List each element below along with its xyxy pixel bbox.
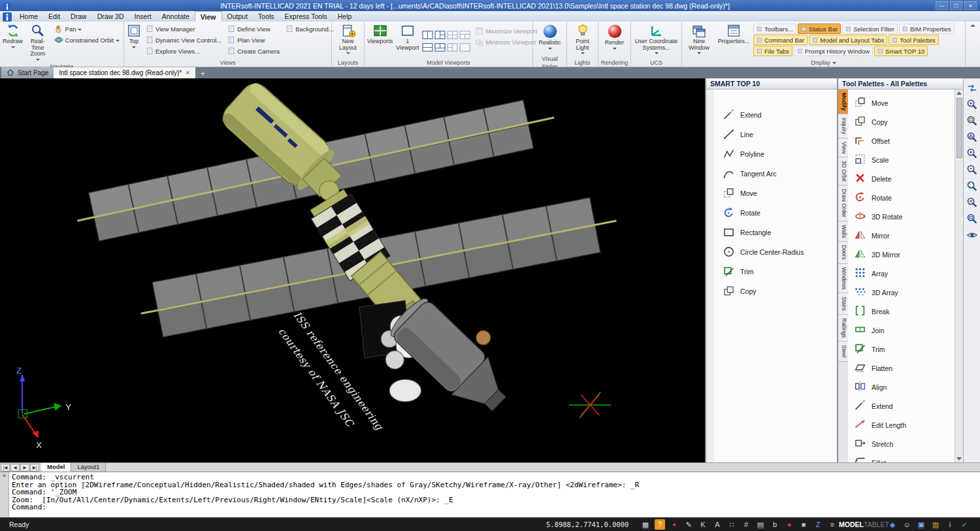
menu-view[interactable]: View xyxy=(195,11,222,22)
tab-start-page[interactable]: Start Page xyxy=(1,67,54,78)
smart-tool-move[interactable]: Move xyxy=(723,184,837,203)
tablet-toggle[interactable]: TABLET xyxy=(864,521,889,528)
palette-tool-move[interactable]: Move xyxy=(855,93,955,112)
zoom-window-button[interactable] xyxy=(965,115,979,129)
tab-document[interactable]: Intl space station dec 98.dwg (Read-only… xyxy=(54,67,195,78)
plot-style-icon[interactable]: ▦ xyxy=(640,519,651,530)
menu-insert[interactable]: Insert xyxy=(129,11,156,22)
tab-model[interactable]: Model xyxy=(41,463,71,472)
maximize-button[interactable]: □ xyxy=(950,1,962,10)
constrained-orbit-button[interactable]: Constrained Orbit xyxy=(52,35,122,45)
define-view-button[interactable]: Define View xyxy=(225,24,282,34)
background-button[interactable]: Background... xyxy=(284,24,336,34)
smart-tool-circle-center-radius[interactable]: Circle Center-Radius xyxy=(723,242,837,262)
ok-icon[interactable]: ✓ xyxy=(959,519,970,530)
palette-tool-extend[interactable]: Extend xyxy=(855,396,955,415)
realtime-zoom-button[interactable]: Real-Time Zoom xyxy=(25,23,50,61)
palette-tab-inquiry[interactable]: Inquiry xyxy=(838,114,848,138)
minimize-button[interactable]: — xyxy=(936,1,948,10)
viewport-toggle-icon[interactable]: ▣ xyxy=(916,519,926,530)
palette-tool-3d-rotate[interactable]: 3D Rotate xyxy=(855,207,955,226)
palette-tab-railings[interactable]: Railings xyxy=(838,315,848,342)
palette-tool-flatten[interactable]: Flatten xyxy=(855,359,955,378)
new-tab-button[interactable]: + xyxy=(198,69,208,78)
menu-annotate[interactable]: Annotate xyxy=(157,11,195,22)
smart-tool-rectangle[interactable]: Rectangle xyxy=(723,223,837,242)
smart-tool-line[interactable]: Line xyxy=(723,125,837,144)
viewports-button[interactable]: Viewports xyxy=(367,23,393,46)
vp2v-layout-button[interactable] xyxy=(421,29,434,41)
palette-tab-walls[interactable]: Walls xyxy=(838,221,848,242)
app-menu-icon[interactable] xyxy=(2,12,12,22)
one-viewport-button[interactable]: 1 Viewport xyxy=(395,23,419,52)
point-light-button[interactable]: Point Light xyxy=(569,23,596,55)
render-button[interactable]: Render xyxy=(600,23,629,50)
layout-nav-1[interactable]: |◀ xyxy=(1,464,10,472)
smart-tool-extend[interactable]: Extend xyxy=(723,105,837,125)
menu-draw-3d[interactable]: Draw 3D xyxy=(92,11,129,22)
plan-view-button[interactable]: Plan View xyxy=(225,35,282,45)
user-icon[interactable]: ☺ xyxy=(902,519,912,530)
palette-tool-copy[interactable]: Copy xyxy=(855,112,955,131)
zoom-all-button[interactable] xyxy=(965,213,979,227)
command-bar-toggle[interactable]: Command Bar xyxy=(753,35,808,45)
top-view-button[interactable]: Top xyxy=(126,23,142,49)
scroll-down-icon[interactable] xyxy=(956,457,962,460)
zoom-extents-button[interactable] xyxy=(965,180,979,195)
palette-tool-3d-mirror[interactable]: 3D Mirror xyxy=(855,245,955,264)
list-icon[interactable]: ≡ xyxy=(827,519,838,530)
tool-palettes-toggle[interactable]: Tool Palettes xyxy=(889,35,938,45)
prompt-history-window-toggle[interactable]: Prompt History Window xyxy=(794,46,873,56)
palette-tool-join[interactable]: Join xyxy=(855,321,955,340)
ucs-button[interactable]: User Coordinate Systems... xyxy=(634,23,679,55)
vp3l-layout-button[interactable] xyxy=(434,29,446,41)
grid-icon[interactable]: # xyxy=(741,519,751,530)
new-layout-button[interactable]: New Layout xyxy=(334,23,362,55)
palette-tool-stretch[interactable]: Stretch xyxy=(855,434,955,453)
zoom-out-button[interactable] xyxy=(965,164,979,178)
collapse-ribbon-button[interactable] xyxy=(966,22,980,67)
model-toggle[interactable]: MODEL xyxy=(839,521,864,528)
visibility-button[interactable] xyxy=(965,229,979,244)
palette-tool-mirror[interactable]: Mirror xyxy=(855,226,955,245)
selection-filter-toggle[interactable]: Selection Filter xyxy=(842,24,898,34)
drawing-canvas[interactable]: ISS reference engineering courtesy of NA… xyxy=(0,78,705,462)
file-tabs-toggle[interactable]: File Tabs xyxy=(753,46,792,56)
zoom-in-button[interactable] xyxy=(965,148,979,162)
zoom-realtime-button[interactable] xyxy=(965,99,979,113)
layout-nav-2[interactable]: ◀ xyxy=(10,464,20,472)
dynamic-view-control-button[interactable]: Dynamic View Control... xyxy=(144,35,223,45)
palette-tool-scale[interactable]: Scale xyxy=(855,150,955,169)
status-bar-toggle[interactable]: Status Bar xyxy=(798,24,841,34)
palette-tool-offset[interactable]: Offset xyxy=(855,131,955,150)
smart-tool-trim[interactable]: Trim xyxy=(723,262,837,282)
palette-scrollbar[interactable] xyxy=(955,89,963,462)
menu-express-tools[interactable]: Express Tools xyxy=(280,11,333,22)
tab-layout1[interactable]: Layout1 xyxy=(71,463,106,472)
palette-tab-3d-orbit[interactable]: 3D Orbit xyxy=(838,157,848,185)
layout-nav-3[interactable]: ▶ xyxy=(20,464,29,472)
pan-button[interactable]: Pan xyxy=(52,24,122,34)
create-camera-button[interactable]: Create Camera xyxy=(225,46,282,56)
palette-tab-windows[interactable]: Windows xyxy=(838,264,848,293)
palette-tool-delete[interactable]: Delete xyxy=(855,169,955,188)
hatch-icon[interactable]: ▤ xyxy=(755,519,766,530)
help-icon[interactable]: ? xyxy=(655,519,665,530)
smart-top-10-toggle[interactable]: Smart TOP 10 xyxy=(874,46,928,56)
smart-tool-tangent-arc[interactable]: Tangent Arc xyxy=(723,164,837,184)
redraw-button[interactable]: Redraw xyxy=(2,23,24,49)
new-window-button[interactable]: New Window xyxy=(684,23,714,55)
command-close-icon[interactable]: × xyxy=(0,472,8,479)
palette-tab-draw-order[interactable]: Draw Order xyxy=(838,185,848,221)
vp3b-layout-button[interactable] xyxy=(434,41,446,54)
palette-tool-align[interactable]: Align xyxy=(855,378,955,396)
smart-tool-rotate[interactable]: Rotate xyxy=(723,203,837,223)
menu-draw[interactable]: Draw xyxy=(65,11,92,22)
palette-tool-edit-length[interactable]: Edit Length xyxy=(855,415,955,434)
palette-tool-array[interactable]: Array xyxy=(855,264,955,283)
close-button[interactable]: × xyxy=(964,1,977,10)
palette-tool-trim[interactable]: Trim xyxy=(855,340,955,359)
command-window[interactable]: × Command: _vscurrentEnter an option [2D… xyxy=(0,472,980,517)
menu-tools[interactable]: Tools xyxy=(253,11,280,22)
smart-tool-polyline[interactable]: Polyline xyxy=(723,144,837,164)
